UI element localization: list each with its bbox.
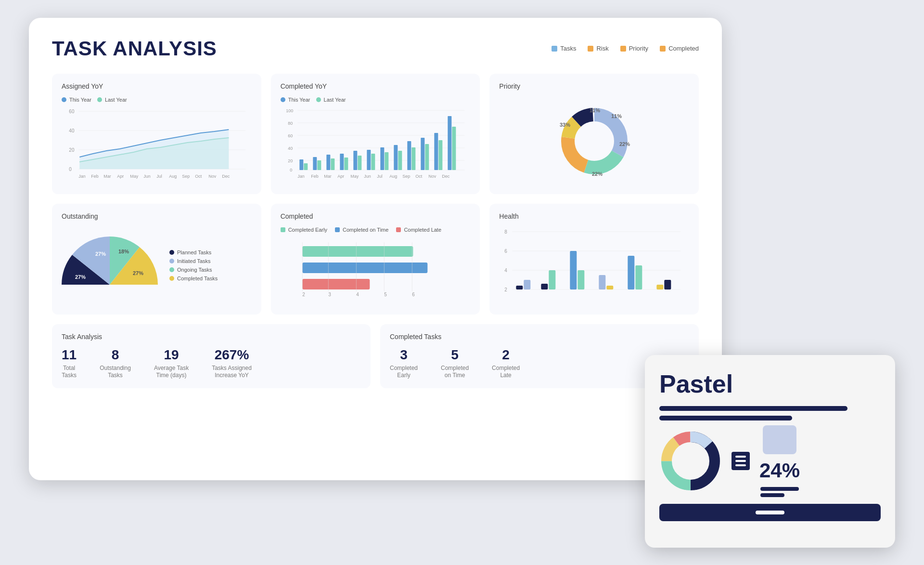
svg-text:Mar: Mar bbox=[103, 174, 111, 179]
total-tasks-stat: 11 TotalTasks bbox=[62, 347, 77, 380]
svg-text:Apr: Apr bbox=[117, 174, 124, 179]
svg-text:Mar: Mar bbox=[324, 174, 332, 179]
svg-rect-38 bbox=[340, 154, 344, 170]
svg-text:11%: 11% bbox=[590, 107, 600, 113]
page-title: TASK ANALYSIS bbox=[52, 37, 217, 60]
svg-rect-32 bbox=[299, 159, 303, 170]
svg-text:60: 60 bbox=[69, 109, 75, 114]
health-chart: Health 8 6 4 2 bbox=[489, 204, 699, 315]
tasks-increase-value: 267% bbox=[212, 347, 252, 363]
svg-rect-108 bbox=[549, 270, 556, 289]
priority-title: Priority bbox=[499, 82, 689, 90]
svg-rect-35 bbox=[317, 160, 321, 170]
pastel-content: 24% bbox=[659, 425, 881, 497]
risk-legend-label: Risk bbox=[596, 45, 608, 52]
assigned-last-year-dot bbox=[97, 97, 102, 102]
initiated-tasks-legend: Initiated Tasks bbox=[169, 258, 218, 264]
completed-last-year-legend: Last Year bbox=[316, 97, 346, 103]
pastel-lines-icon bbox=[732, 452, 750, 470]
total-tasks-value: 11 bbox=[62, 347, 77, 363]
pastel-bar-2 bbox=[659, 416, 792, 420]
svg-text:May: May bbox=[350, 174, 359, 179]
svg-text:27%: 27% bbox=[95, 251, 106, 257]
outstanding-title: Outstanding bbox=[62, 212, 252, 220]
svg-rect-52 bbox=[434, 133, 438, 170]
svg-rect-85 bbox=[302, 263, 427, 273]
svg-rect-39 bbox=[344, 158, 348, 170]
assigned-last-year-legend: Last Year bbox=[97, 97, 127, 103]
outstanding-tasks-stat: 8 OutstandingTasks bbox=[100, 347, 131, 380]
svg-rect-37 bbox=[331, 158, 334, 170]
legend-completed: Completed bbox=[660, 45, 699, 52]
completed-on-time-legend: Completed on Time bbox=[335, 227, 388, 233]
svg-text:Apr: Apr bbox=[337, 174, 344, 179]
svg-text:18%: 18% bbox=[118, 249, 129, 254]
svg-text:Jun: Jun bbox=[364, 174, 371, 179]
pastel-blue-box bbox=[763, 425, 796, 454]
pastel-donut-svg bbox=[659, 430, 722, 492]
outstanding-chart: Outstanding bbox=[52, 204, 261, 315]
svg-text:Oct: Oct bbox=[195, 174, 202, 179]
completed-early-value: 3 bbox=[390, 347, 418, 363]
completed-this-year-dot bbox=[281, 97, 285, 102]
svg-rect-48 bbox=[407, 141, 411, 170]
health-title: Health bbox=[499, 212, 689, 220]
svg-text:Jan: Jan bbox=[297, 174, 305, 179]
svg-text:0: 0 bbox=[290, 168, 292, 172]
completed-tasks-title: Completed Tasks bbox=[390, 333, 689, 341]
svg-text:Nov: Nov bbox=[208, 174, 217, 179]
svg-text:Jul: Jul bbox=[156, 174, 162, 179]
svg-rect-41 bbox=[358, 156, 361, 170]
priority-donut-svg: 33% 22% 22% 11% 11% bbox=[541, 102, 647, 179]
completed-yoy-title: Completed YoY bbox=[281, 82, 471, 90]
svg-text:100: 100 bbox=[286, 108, 293, 113]
svg-rect-86 bbox=[302, 279, 370, 289]
priority-legend-dot bbox=[620, 46, 626, 52]
svg-text:80: 80 bbox=[288, 121, 293, 126]
svg-text:22%: 22% bbox=[619, 141, 630, 147]
outstanding-tasks-value: 8 bbox=[100, 347, 131, 363]
svg-text:40: 40 bbox=[288, 146, 293, 151]
completed-chart: Completed Completed Early Completed on T… bbox=[271, 204, 480, 315]
svg-rect-114 bbox=[636, 265, 642, 289]
avg-task-time-value: 19 bbox=[154, 347, 189, 363]
svg-text:Jul: Jul bbox=[377, 174, 383, 179]
pastel-action-button[interactable] bbox=[659, 504, 881, 521]
svg-text:27%: 27% bbox=[133, 270, 143, 276]
svg-text:Feb: Feb bbox=[91, 174, 99, 179]
svg-rect-51 bbox=[425, 144, 429, 170]
outstanding-svg: 27% 27% 18% 27% bbox=[62, 227, 158, 304]
svg-text:Jan: Jan bbox=[78, 174, 86, 179]
svg-text:60: 60 bbox=[288, 133, 293, 138]
svg-rect-33 bbox=[304, 163, 308, 170]
svg-text:2: 2 bbox=[302, 292, 305, 297]
tasks-legend-dot bbox=[552, 46, 557, 52]
pastel-card: Pastel bbox=[645, 355, 895, 548]
svg-text:Dec: Dec bbox=[442, 174, 450, 179]
assigned-this-year-legend: This Year bbox=[62, 97, 91, 103]
assigned-yoy-svg: 60 40 20 0 Jan Feb bbox=[62, 106, 252, 184]
svg-rect-110 bbox=[578, 270, 585, 289]
completed-early-legend: Completed Early bbox=[281, 227, 327, 233]
task-analysis-stats: Task Analysis 11 TotalTasks 8 Outstandin… bbox=[52, 324, 371, 388]
svg-text:20: 20 bbox=[288, 158, 293, 163]
svg-text:4: 4 bbox=[505, 268, 508, 273]
completed-on-time-stat: 5 Completedon Time bbox=[441, 347, 469, 380]
svg-text:4: 4 bbox=[356, 292, 359, 297]
svg-rect-47 bbox=[398, 151, 402, 170]
svg-rect-42 bbox=[367, 150, 371, 170]
completed-legend-dot bbox=[660, 46, 666, 52]
header-legend: Tasks Risk Priority Completed bbox=[552, 45, 699, 52]
svg-rect-111 bbox=[599, 275, 606, 289]
svg-rect-34 bbox=[313, 157, 317, 170]
avg-task-time-label: Average TaskTime (days) bbox=[154, 365, 189, 380]
svg-text:May: May bbox=[130, 174, 139, 179]
svg-text:6: 6 bbox=[412, 292, 415, 297]
svg-text:Aug: Aug bbox=[389, 174, 397, 179]
legend-risk: Risk bbox=[588, 45, 608, 52]
ongoing-tasks-legend: Ongoing Tasks bbox=[169, 267, 218, 273]
svg-point-122 bbox=[673, 444, 708, 478]
svg-text:33%: 33% bbox=[560, 122, 570, 128]
svg-rect-106 bbox=[524, 280, 531, 289]
svg-rect-43 bbox=[371, 154, 375, 170]
